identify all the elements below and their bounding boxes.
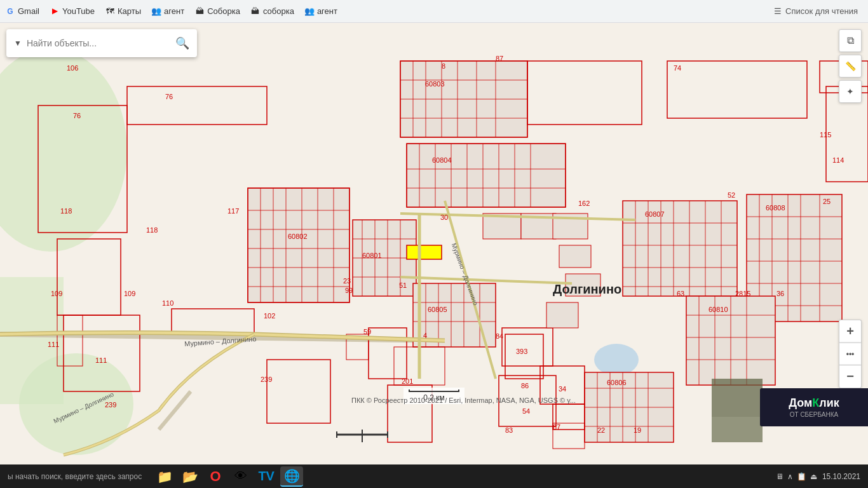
agent2-icon: 👥 bbox=[304, 6, 315, 17]
zoom-out-button[interactable]: − bbox=[839, 365, 862, 388]
scale-line bbox=[409, 390, 459, 392]
map-container[interactable]: 106 87 74 8 76 76 117 118 118 109 109 11… bbox=[0, 23, 868, 464]
svg-rect-34 bbox=[248, 188, 349, 302]
svg-rect-76 bbox=[623, 201, 737, 296]
layers-icon: ⧉ bbox=[847, 35, 854, 46]
search-dropdown-icon: ▼ bbox=[14, 39, 22, 48]
domclick-sub: ОТ СБЕРБАНКА bbox=[790, 411, 839, 418]
taskbar-app-folder[interactable]: 📁 bbox=[153, 466, 176, 487]
taskbar-tray-icons: 🖥 ∧ 📋 ⏏ bbox=[776, 472, 817, 481]
taskbar-app-eye[interactable]: 👁 bbox=[229, 466, 252, 487]
compass-icon: ✦ bbox=[846, 86, 854, 97]
svg-rect-128 bbox=[546, 302, 578, 328]
zoom-more-button[interactable]: ••• bbox=[839, 342, 862, 365]
files-icon: 📂 bbox=[182, 469, 198, 484]
youtube-icon: ▶ bbox=[50, 6, 60, 17]
maps-icon: 🗺 bbox=[105, 6, 115, 17]
taskbar-app-teamviewer[interactable]: TV bbox=[255, 466, 278, 487]
folder-icon: 📁 bbox=[157, 469, 173, 484]
svg-rect-56 bbox=[407, 245, 442, 259]
taskbar-search-hint: ы начать поиск, введите здесь запрос bbox=[3, 472, 147, 481]
browser-bar: G Gmail ▶ YouTube 🗺 Карты 👥 агент 🏔 Собо… bbox=[0, 0, 868, 23]
ruler-icon: 📏 bbox=[845, 61, 856, 71]
map-controls: ⧉ 📏 ✦ bbox=[839, 29, 862, 103]
taskbar-apps: 📁 📂 O 👁 TV 🌐 bbox=[153, 466, 303, 487]
taskbar: ы начать поиск, введите здесь запрос 📁 📂… bbox=[0, 464, 868, 488]
attribution: ПКК © Росреестр 2010-2021 / Esri, Interm… bbox=[351, 396, 576, 404]
gmail-icon: G bbox=[5, 6, 15, 17]
sobora-icon: 🏔 bbox=[194, 6, 205, 17]
agent1-icon: 👥 bbox=[151, 6, 161, 17]
svg-rect-127 bbox=[566, 274, 600, 296]
svg-rect-134 bbox=[712, 417, 763, 442]
taskbar-date: 15.10.2021 bbox=[822, 472, 860, 481]
eye-icon: 👁 bbox=[234, 469, 247, 484]
svg-rect-3 bbox=[0, 277, 64, 404]
ruler-button[interactable]: 📏 bbox=[839, 55, 862, 78]
tray-copy-icon: 📋 bbox=[797, 472, 806, 481]
chrome-icon: 🌐 bbox=[284, 468, 300, 484]
tab-sobora[interactable]: 🏔 Соборка bbox=[194, 6, 240, 17]
sobora2-icon: 🏔 bbox=[250, 6, 261, 17]
reading-list-icon: ☰ bbox=[774, 6, 782, 16]
search-box: ▼ 🔍 bbox=[6, 29, 197, 57]
domclick-logo[interactable]: ДомКлик ОТ СБЕРБАНКА bbox=[760, 388, 868, 426]
zoom-in-button[interactable]: + bbox=[839, 320, 862, 342]
tab-youtube[interactable]: ▶ YouTube bbox=[50, 6, 95, 17]
svg-point-4 bbox=[594, 344, 639, 376]
tray-up-icon: ∧ bbox=[787, 472, 793, 481]
search-input[interactable] bbox=[27, 38, 170, 48]
tab-sobora2[interactable]: 🏔 соборка bbox=[250, 6, 294, 17]
tab-agent1[interactable]: 👥 агент bbox=[151, 6, 184, 17]
tray-monitor-icon: 🖥 bbox=[776, 472, 783, 481]
tab-maps[interactable]: 🗺 Карты bbox=[105, 6, 141, 17]
svg-rect-22 bbox=[407, 144, 566, 207]
svg-rect-126 bbox=[559, 245, 591, 268]
compass-button[interactable]: ✦ bbox=[839, 80, 862, 103]
domclick-brand: ДомКлик bbox=[789, 396, 839, 410]
taskbar-right: 🖥 ∧ 📋 ⏏ 15.10.2021 bbox=[776, 472, 865, 481]
tab-gmail[interactable]: G Gmail bbox=[5, 6, 39, 17]
tray-usb-icon: ⏏ bbox=[810, 472, 817, 481]
taskbar-app-chrome[interactable]: 🌐 bbox=[280, 466, 303, 487]
search-button[interactable]: 🔍 bbox=[175, 36, 189, 50]
taskbar-app-files[interactable]: 📂 bbox=[179, 466, 201, 487]
taskbar-app-opera[interactable]: O bbox=[204, 466, 227, 487]
reading-list-button[interactable]: ☰ Список для чтения bbox=[769, 4, 863, 18]
tab-agent2[interactable]: 👥 агент bbox=[304, 6, 337, 17]
zoom-controls: + ••• − bbox=[839, 320, 862, 388]
svg-rect-133 bbox=[712, 379, 763, 417]
layers-button[interactable]: ⧉ bbox=[839, 29, 862, 52]
